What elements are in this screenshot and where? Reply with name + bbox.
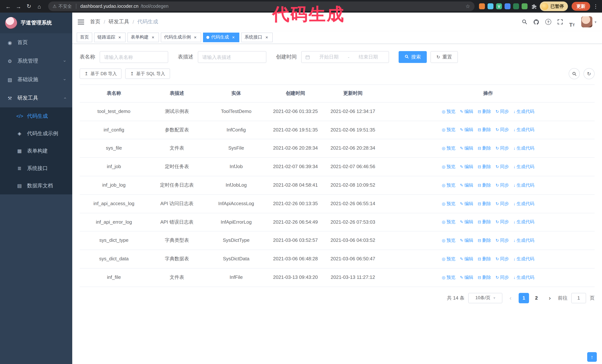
preview-action-link[interactable]: ◎预览 — [442, 145, 455, 152]
sync-action-link[interactable]: ↻同步 — [495, 126, 509, 134]
delete-action-link[interactable]: ⊟删除 — [478, 200, 491, 207]
fullscreen-icon[interactable] — [555, 16, 566, 27]
extension-icon-blue[interactable] — [505, 3, 510, 9]
generate-code-action-link[interactable]: ↓生成代码 — [514, 237, 534, 244]
preview-action-link[interactable]: ◎预览 — [442, 274, 455, 281]
close-tab-icon[interactable]: × — [193, 35, 198, 40]
sync-action-link[interactable]: ↻同步 — [495, 256, 509, 262]
sync-action-link[interactable]: ↻同步 — [495, 108, 509, 115]
preview-action-link[interactable]: ◎预览 — [442, 126, 455, 134]
edit-action-link[interactable]: ✎编辑 — [460, 163, 473, 170]
tab-tracer[interactable]: 链路追踪× — [94, 32, 126, 42]
help-icon[interactable]: ? — [543, 16, 554, 27]
generate-code-action-link[interactable]: ↓生成代码 — [514, 200, 534, 207]
delete-action-link[interactable]: ⊟删除 — [478, 256, 491, 262]
browser-home-icon[interactable]: ⌂ — [35, 2, 44, 11]
address-bar[interactable]: ⚠ 不安全 dashboard.yudao.iocoder.cn /tool/c… — [48, 1, 474, 11]
breadcrumb-item[interactable]: 研发工具 — [108, 19, 129, 25]
delete-action-link[interactable]: ⊟删除 — [478, 274, 491, 281]
sync-action-link[interactable]: ↻同步 — [495, 237, 509, 244]
close-tab-icon[interactable]: × — [150, 35, 156, 40]
generate-code-action-link[interactable]: ↓生成代码 — [514, 108, 534, 115]
generate-code-action-link[interactable]: ↓生成代码 — [514, 274, 534, 281]
generate-code-action-link[interactable]: ↓生成代码 — [514, 126, 534, 134]
refresh-table-button[interactable]: ↻ — [583, 68, 595, 79]
preview-action-link[interactable]: ◎预览 — [442, 163, 455, 170]
tab-form-builder[interactable]: 表单构建× — [128, 32, 159, 42]
close-tab-icon[interactable]: × — [264, 35, 269, 40]
edit-action-link[interactable]: ✎编辑 — [460, 219, 473, 226]
browser-forward-icon[interactable]: → — [14, 2, 23, 11]
sidebar-item-db-doc[interactable]: ▤数据库文档 — [0, 177, 72, 194]
table-desc-input[interactable] — [198, 51, 266, 63]
reset-button[interactable]: ↻ 重置 — [430, 51, 458, 63]
preview-action-link[interactable]: ◎预览 — [442, 219, 455, 226]
preview-action-link[interactable]: ◎预览 — [442, 108, 455, 115]
delete-action-link[interactable]: ⊟删除 — [478, 163, 491, 170]
extension-icon-lightblue[interactable] — [487, 3, 494, 9]
generate-code-action-link[interactable]: ↓生成代码 — [514, 219, 534, 226]
page-button-1[interactable]: 1 — [519, 293, 529, 303]
prev-page-button[interactable]: ‹ — [506, 295, 515, 301]
edit-action-link[interactable]: ✎编辑 — [460, 200, 473, 207]
search-icon[interactable] — [519, 16, 530, 27]
generate-code-action-link[interactable]: ↓生成代码 — [514, 182, 534, 189]
edit-action-link[interactable]: ✎编辑 — [460, 145, 473, 152]
sidebar-item-home[interactable]: ◉首页 — [0, 33, 72, 52]
sync-action-link[interactable]: ↻同步 — [495, 145, 509, 152]
sync-action-link[interactable]: ↻同步 — [495, 219, 509, 226]
breadcrumb-item[interactable]: 首页 — [90, 19, 100, 25]
browser-refresh-icon[interactable]: ↻ — [24, 2, 33, 11]
page-button-2[interactable]: 2 — [531, 293, 542, 303]
preview-action-link[interactable]: ◎预览 — [442, 237, 455, 244]
preview-action-link[interactable]: ◎预览 — [442, 200, 455, 207]
extension-icon-green[interactable] — [522, 3, 527, 9]
next-page-button[interactable]: › — [545, 295, 554, 301]
tab-codegen-example[interactable]: 代码生成示例× — [161, 32, 201, 42]
font-size-icon[interactable]: TT — [566, 16, 578, 27]
sidebar-item-system-api[interactable]: ≣系统接口 — [0, 160, 72, 177]
edit-action-link[interactable]: ✎编辑 — [460, 237, 473, 244]
sidebar-item-infrastructure[interactable]: ▧基础设施› — [0, 70, 72, 89]
generate-code-action-link[interactable]: ↓生成代码 — [514, 256, 534, 262]
sidebar-item-codegen[interactable]: </>代码生成 — [0, 107, 72, 125]
delete-action-link[interactable]: ⊟删除 — [478, 182, 491, 189]
edit-action-link[interactable]: ✎编辑 — [460, 108, 473, 115]
delete-action-link[interactable]: ⊟删除 — [478, 108, 491, 115]
extension-icon-dark-green[interactable] — [513, 3, 519, 9]
sync-action-link[interactable]: ↻同步 — [495, 182, 509, 189]
tab-home[interactable]: 首页 — [77, 32, 92, 42]
close-tab-icon[interactable]: × — [231, 35, 236, 40]
sidebar-item-codegen-example[interactable]: ◈代码生成示例 — [0, 125, 72, 142]
extension-icon-orange[interactable] — [479, 3, 485, 9]
sidebar-item-system-management[interactable]: ⚙系统管理› — [0, 52, 72, 70]
date-range-picker[interactable]: 开始日期 - 结束日期 — [301, 51, 389, 63]
browser-back-icon[interactable]: ← — [4, 2, 13, 11]
edit-action-link[interactable]: ✎编辑 — [460, 274, 473, 281]
preview-action-link[interactable]: ◎预览 — [442, 256, 455, 262]
search-button[interactable]: 搜索 — [399, 51, 427, 63]
sidebar-item-form-builder[interactable]: ▦表单构建 — [0, 142, 72, 160]
edit-action-link[interactable]: ✎编辑 — [460, 126, 473, 134]
delete-action-link[interactable]: ⊟删除 — [478, 126, 491, 134]
bookmark-star-icon[interactable]: ☆ — [465, 3, 470, 9]
import-db-button[interactable]: ↥ 基于 DB 导入 — [80, 69, 122, 79]
sync-action-link[interactable]: ↻同步 — [495, 200, 509, 207]
generate-code-action-link[interactable]: ↓生成代码 — [514, 163, 534, 170]
edit-action-link[interactable]: ✎编辑 — [460, 182, 473, 189]
github-icon[interactable] — [531, 16, 542, 27]
import-sql-button[interactable]: ↥ 基于 SQL 导入 — [125, 69, 170, 79]
jump-page-input[interactable] — [571, 293, 586, 303]
back-to-top-button[interactable]: ↑ — [587, 352, 597, 362]
user-avatar[interactable] — [581, 16, 592, 27]
delete-action-link[interactable]: ⊟删除 — [478, 145, 491, 152]
extension-icon-vue-devtools[interactable]: V — [496, 3, 502, 9]
browser-menu-icon[interactable]: ⋮ — [593, 3, 598, 9]
generate-code-action-link[interactable]: ↓生成代码 — [514, 145, 534, 152]
delete-action-link[interactable]: ⊟删除 — [478, 219, 491, 226]
close-tab-icon[interactable]: × — [117, 35, 122, 40]
table-name-input[interactable] — [100, 51, 168, 63]
browser-profile-button[interactable]: 已暂停 — [540, 1, 568, 11]
extensions-puzzle-icon[interactable] — [531, 3, 537, 9]
app-logo[interactable]: 芋道管理系统 — [0, 13, 72, 33]
